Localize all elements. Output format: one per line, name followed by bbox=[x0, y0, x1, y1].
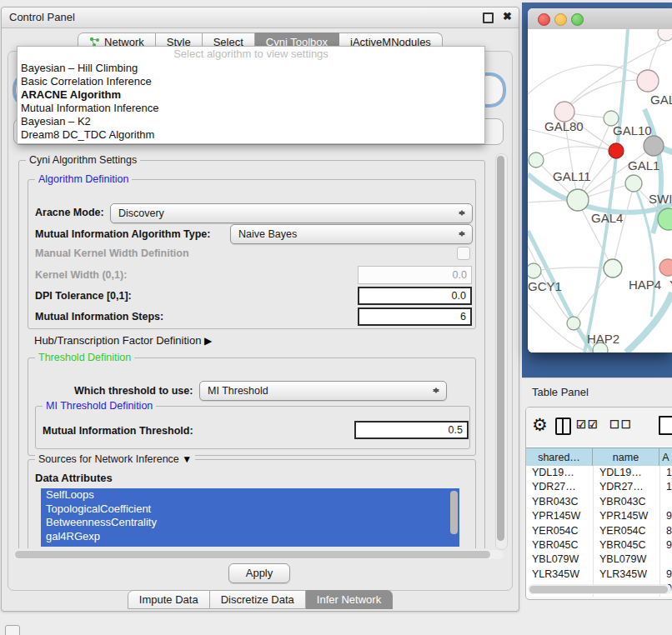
mi-steps-field[interactable]: 6 bbox=[358, 308, 472, 326]
tab-discretize-data[interactable]: Discretize Data bbox=[210, 590, 306, 609]
node-label: HAP2 bbox=[587, 332, 619, 346]
dpi-tolerance-field[interactable]: 0.0 bbox=[358, 287, 472, 305]
table-row[interactable]: YPR145WYPR145W9. bbox=[526, 509, 672, 523]
mi-threshold-field[interactable]: 0.5 bbox=[354, 421, 469, 439]
table-row[interactable]: YBR043CYBR043C bbox=[526, 495, 672, 509]
column-header-cut[interactable]: A bbox=[659, 448, 672, 468]
sources-title[interactable]: Sources for Network Inference ▼ bbox=[35, 453, 195, 465]
screen: { "icons": { "float": "□", "close": "✖",… bbox=[0, 0, 672, 635]
stepper-arrows-icon bbox=[458, 228, 466, 240]
node-label: GAL4 bbox=[591, 211, 623, 225]
cell: YBR045C bbox=[594, 538, 660, 552]
node-red[interactable] bbox=[609, 143, 624, 158]
table-panel-title: Table Panel bbox=[532, 386, 589, 398]
node-salmon[interactable] bbox=[659, 259, 672, 276]
zoom-traffic-light[interactable] bbox=[571, 13, 584, 26]
close-icon[interactable]: ✖ bbox=[503, 10, 512, 22]
kernel-width-field[interactable]: 0.0 bbox=[358, 266, 472, 284]
close-traffic-light[interactable] bbox=[538, 13, 550, 26]
scrollbar-thumb[interactable] bbox=[15, 551, 490, 558]
which-threshold-select[interactable]: MI Threshold bbox=[199, 381, 447, 401]
algorithm-option[interactable]: Mutual Information Inference bbox=[18, 102, 484, 115]
stepper-arrows-icon bbox=[458, 207, 466, 219]
unselect-all-columns-icon[interactable]: ☐☐ bbox=[609, 418, 632, 431]
table-row[interactable]: YDR27…YDR27…12 bbox=[526, 480, 672, 494]
gear-icon[interactable]: ⚙ bbox=[532, 415, 548, 435]
apply-button[interactable]: Apply bbox=[228, 563, 290, 583]
column-header-name[interactable]: name bbox=[593, 448, 659, 468]
sources-title-label: Sources for Network Inference bbox=[38, 453, 179, 465]
expand-right-icon: ▶ bbox=[204, 335, 212, 347]
settings-vertical-scrollbar[interactable] bbox=[495, 153, 508, 550]
table-row[interactable]: YDL19…YDL19…13 bbox=[526, 466, 672, 480]
mi-type-select[interactable]: Naive Bayes bbox=[230, 224, 473, 244]
algorithm-option[interactable]: Basic Correlation Inference bbox=[18, 75, 484, 88]
node-label: HAP4 bbox=[629, 278, 661, 292]
hub-definition-toggle[interactable]: Hub/Transcription Factor Definition ▶ bbox=[34, 334, 212, 347]
column-header-shared-name[interactable]: shared… bbox=[526, 448, 593, 468]
node-gal1[interactable] bbox=[625, 175, 642, 192]
algorithm-option[interactable]: Bayesian – Hill Climbing bbox=[18, 62, 484, 75]
checked-icon: ☑ bbox=[588, 418, 599, 431]
mi-steps-label: Mutual Information Steps: bbox=[35, 311, 163, 322]
settings-scroll-viewport: Cyni Algorithm Settings Algorithm Defini… bbox=[12, 153, 494, 548]
node-label: GCY1 bbox=[528, 279, 562, 293]
table-header-row: shared… name A bbox=[526, 448, 672, 466]
unchecked-icon: ☐ bbox=[609, 418, 621, 431]
node[interactable] bbox=[658, 29, 672, 41]
table-row[interactable]: YBL079WYBL079W bbox=[526, 552, 672, 567]
algorithm-option[interactable]: Dream8 DC_TDC Algorithm bbox=[18, 128, 484, 142]
cell: 12 bbox=[660, 480, 672, 494]
scrollbar-thumb[interactable] bbox=[497, 156, 504, 541]
algorithm-option[interactable]: Bayesian – K2 bbox=[18, 115, 484, 128]
select-all-columns-icon[interactable]: ☑☑ bbox=[576, 418, 599, 431]
network-window-titlebar[interactable] bbox=[528, 8, 672, 30]
cyni-algorithm-settings-group: Cyni Algorithm Settings Algorithm Defini… bbox=[18, 160, 485, 548]
tab-infer-network[interactable]: Infer Network bbox=[306, 590, 393, 609]
which-threshold-label: Which threshold to use: bbox=[74, 385, 193, 397]
cell: YPR145W bbox=[594, 509, 660, 523]
cyni-toolbox-panel: Select algorithm to view settings Bayesi… bbox=[8, 51, 513, 591]
scrollbar-thumb[interactable] bbox=[529, 586, 668, 593]
node-gcy1[interactable] bbox=[528, 263, 541, 278]
table-row[interactable]: YER054CYER054C8. bbox=[526, 524, 672, 538]
algorithm-option-selected[interactable]: ARACNE Algorithm bbox=[18, 88, 484, 102]
node-gal4[interactable] bbox=[567, 189, 589, 211]
minimize-traffic-light[interactable] bbox=[554, 13, 567, 26]
attribute-item[interactable]: BetweennessCentrality bbox=[41, 516, 459, 530]
columns-icon[interactable] bbox=[555, 418, 571, 435]
attribute-item[interactable]: SelfLoops bbox=[41, 488, 459, 502]
cell: YDL19… bbox=[594, 466, 660, 480]
data-attributes-list[interactable]: SelfLoops TopologicalCoefficient Between… bbox=[41, 488, 459, 547]
cell: YER054C bbox=[526, 524, 594, 538]
aracne-mode-select[interactable]: Discovery bbox=[110, 203, 473, 223]
new-table-icon[interactable] bbox=[659, 416, 672, 435]
cell: YER054C bbox=[594, 524, 660, 538]
stepper-arrows-icon bbox=[432, 384, 440, 397]
node-gray[interactable] bbox=[644, 136, 664, 156]
mi-threshold-title: MI Threshold Definition bbox=[43, 400, 156, 412]
attribute-item[interactable]: gal4RGexp bbox=[41, 530, 459, 544]
attribute-item[interactable]: TopologicalCoefficient bbox=[41, 502, 459, 517]
network-canvas[interactable]: GAL GAL80 GAL10 GAL1 GAL11 SWI4 GAL4 GCY… bbox=[528, 29, 672, 352]
mi-threshold-label: Mutual Information Threshold: bbox=[43, 425, 193, 437]
aracne-mode-value: Discovery bbox=[118, 208, 164, 219]
cell: YBL079W bbox=[594, 552, 660, 567]
cell: 9. bbox=[660, 509, 672, 523]
manual-kernel-checkbox[interactable] bbox=[457, 247, 470, 260]
list-scrollbar[interactable] bbox=[450, 491, 458, 534]
threshold-definition-title: Threshold Definition bbox=[35, 352, 134, 363]
table-row[interactable]: YLR345WYLR345W9. bbox=[526, 568, 672, 582]
float-window-icon[interactable] bbox=[483, 12, 494, 23]
table-horizontal-scrollbar[interactable] bbox=[528, 584, 671, 594]
cell bbox=[660, 495, 672, 509]
table-row[interactable]: YBR045CYBR045C9. bbox=[526, 538, 672, 552]
tab-impute-data[interactable]: Impute Data bbox=[128, 590, 210, 609]
node-hap4[interactable] bbox=[604, 259, 622, 278]
manual-kernel-label: Manual Kernel Width Definition bbox=[35, 248, 189, 259]
minimized-panel-icon[interactable] bbox=[5, 625, 20, 635]
settings-horizontal-scrollbar[interactable] bbox=[13, 550, 504, 559]
node-hap2[interactable] bbox=[567, 317, 580, 330]
node-gal11[interactable] bbox=[529, 152, 544, 168]
node-gal7[interactable] bbox=[637, 70, 659, 92]
